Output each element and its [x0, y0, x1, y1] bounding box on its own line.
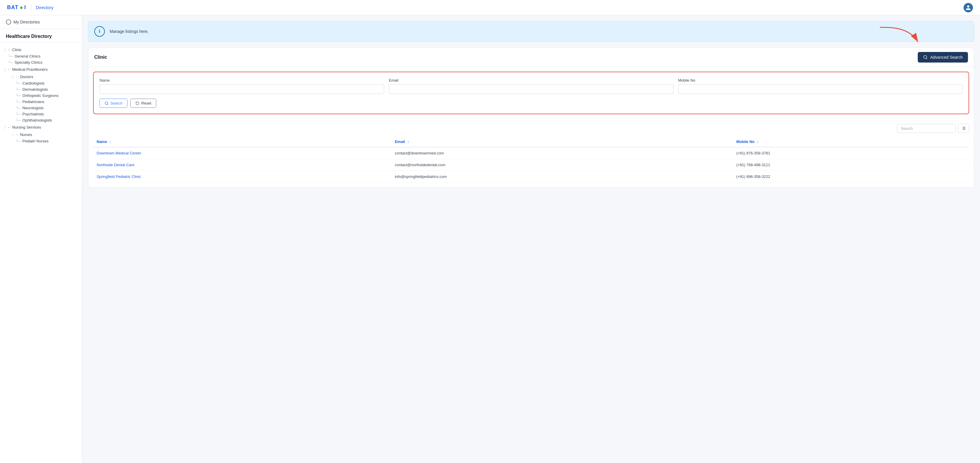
nursing-children: ⎸─ Nurses └─ Pediatri Nurses — [0, 131, 82, 144]
tree-child-pediatri-nurses[interactable]: └─ Pediatri Nurses — [12, 138, 82, 144]
c14: ⎸─ — [11, 133, 18, 137]
email-input[interactable] — [389, 84, 673, 94]
logo: BAT●I — [7, 4, 26, 11]
tree-child-psychiatrists[interactable]: └─ Psychiatrists — [12, 111, 82, 117]
col-name[interactable]: Name ↕ — [93, 137, 391, 147]
dermatologists-label: Dermatologists — [22, 87, 48, 92]
connector: ⎸─ — [5, 48, 11, 52]
col-mobile[interactable]: Mobile No ↕ — [733, 137, 969, 147]
logo-text: BAT — [7, 5, 19, 11]
table-head: Name ↕ Email ↕ Mobile No ↕ — [93, 137, 969, 147]
tree-label-clinic[interactable]: ⎸─ Clinic — [0, 46, 82, 53]
col-email[interactable]: Email ↕ — [391, 137, 733, 147]
tree-child-cardiologists[interactable]: └─ Cardiologists — [12, 80, 82, 86]
pediatri-nurses-label: Pediatri Nurses — [22, 139, 48, 143]
advanced-search-button[interactable]: Advanced Search — [918, 52, 968, 62]
search-icon — [923, 55, 928, 60]
tree-child-neurologists[interactable]: └─ Neurologists — [12, 105, 82, 111]
sidebar: ← My Directories Healthcare Directory ⎸─… — [0, 15, 82, 463]
header-left: BAT●I Directory — [7, 4, 53, 11]
tree-node-nursing: ⎸─ Nursing Services ⎸─ Nurses └─ Pediatr… — [0, 124, 82, 144]
table-row: Springfield Pediatric Clinicinfo@springf… — [93, 171, 969, 183]
cell-mobile: (+91) 896-358-3222 — [733, 171, 969, 183]
my-directories-nav[interactable]: ← My Directories — [0, 15, 82, 29]
search-button[interactable]: Search — [100, 99, 127, 108]
reset-button[interactable]: Reset — [130, 99, 156, 108]
ophthalmologists-label: Ophthalmologists — [22, 118, 52, 123]
mobile-field: Mobile No — [678, 78, 963, 94]
cell-name[interactable]: Northside Dental Care — [93, 159, 391, 171]
tree-child-general-clinics[interactable]: └─ General Clinics — [6, 53, 82, 59]
tree-label-nursing[interactable]: ⎸─ Nursing Services — [0, 124, 82, 130]
tree-node-medical: ⎸─ Medical Practitioners ⎸─ Doctors └─ C… — [0, 66, 82, 123]
section-header: Clinic Advanced Search — [88, 48, 974, 67]
c6: └─ — [12, 81, 21, 86]
cell-name[interactable]: Downtown Medical Center — [93, 147, 391, 159]
advanced-search-label: Advanced Search — [930, 55, 963, 60]
data-table: Name ↕ Email ↕ Mobile No ↕ — [93, 137, 969, 183]
tree-child-specialty-clinics[interactable]: └─ Specialty Clinics — [6, 59, 82, 65]
tree-label-medical[interactable]: ⎸─ Medical Practitioners — [0, 66, 82, 73]
search-btn-label: Search — [110, 101, 123, 105]
tree-child-dermatologists[interactable]: └─ Dermatologists — [12, 86, 82, 92]
table-row: Northside Dental Carecontact@northsidede… — [93, 159, 969, 171]
logo-text-2: I — [24, 5, 26, 11]
reset-icon — [135, 101, 140, 105]
name-input[interactable] — [100, 84, 384, 94]
tree-node-nurses: ⎸─ Nurses └─ Pediatri Nurses — [6, 131, 82, 144]
orthopedic-label: Orthopedic Surgeons — [22, 93, 59, 98]
connector2: └─ — [6, 54, 13, 59]
cell-email: info@springfieldpediatrics.com — [391, 171, 733, 183]
c15: └─ — [12, 139, 21, 143]
tree-node-doctors: ⎸─ Doctors └─ Cardiologists └─ Dermatolo… — [6, 73, 82, 123]
table-search-input[interactable] — [897, 124, 956, 133]
sort-email-icon: ↕ — [407, 140, 409, 144]
table-row: Downtown Medical Centercontact@downtownm… — [93, 147, 969, 159]
cardiologists-label: Cardiologists — [22, 81, 45, 86]
tree-child-ophthalmologists[interactable]: └─ Ophthalmologists — [12, 117, 82, 123]
doctors-label: Doctors — [20, 75, 33, 79]
name-field: Name — [100, 78, 384, 94]
general-clinics-label: General Clinics — [15, 54, 41, 59]
directory-tree: ⎸─ Clinic └─ General Clinics └─ Specialt… — [0, 42, 82, 148]
my-directories-label: My Directories — [14, 20, 40, 24]
c7: └─ — [12, 88, 21, 92]
tree-label-doctors[interactable]: ⎸─ Doctors — [6, 73, 82, 80]
svg-point-2 — [105, 102, 108, 104]
c11: └─ — [12, 112, 21, 116]
table-header-row: Name ↕ Email ↕ Mobile No ↕ — [93, 137, 969, 147]
info-icon: i — [94, 26, 105, 37]
main-content: i Manage listings here. Clinic — [82, 15, 980, 463]
nurses-children: └─ Pediatri Nurses — [6, 138, 82, 144]
sort-name-icon: ↕ — [109, 140, 111, 144]
list-view-button[interactable] — [958, 124, 969, 133]
cell-email: contact@downtownmed.com — [391, 147, 733, 159]
tree-child-orthopedic[interactable]: └─ Orthopedic Surgeons — [12, 92, 82, 99]
c13: ⎸─ — [5, 126, 11, 129]
pediatricians-label: Pediatricians — [22, 100, 44, 104]
table-area: Name ↕ Email ↕ Mobile No ↕ — [88, 119, 974, 187]
tree-label-nurses[interactable]: ⎸─ Nurses — [6, 131, 82, 138]
clinic-label: Clinic — [12, 48, 22, 52]
c8: └─ — [12, 94, 21, 98]
name-label: Name — [100, 78, 384, 83]
logo-dot: ● — [20, 4, 23, 11]
nursing-label: Nursing Services — [12, 125, 41, 129]
sort-mobile-icon: ↕ — [757, 140, 759, 144]
cell-name[interactable]: Springfield Pediatric Clinic — [93, 171, 391, 183]
cell-mobile: (+91) 768-498-3111 — [733, 159, 969, 171]
neurologists-label: Neurologists — [22, 106, 43, 110]
app-layout: ← My Directories Healthcare Directory ⎸─… — [0, 15, 980, 463]
mobile-label: Mobile No — [678, 78, 963, 83]
app-header: BAT●I Directory — [0, 0, 980, 15]
c12: └─ — [12, 118, 21, 123]
mobile-input[interactable] — [678, 84, 963, 94]
avatar[interactable] — [964, 3, 973, 12]
search-form-actions: Search Reset — [100, 99, 963, 108]
connector5: ⎸─ — [11, 75, 18, 79]
email-label: Email — [389, 78, 673, 83]
clinic-children: └─ General Clinics └─ Specialty Clinics — [0, 53, 82, 65]
search-fields: Name Email Mobile No — [100, 78, 963, 94]
connector4: ⎸─ — [5, 67, 11, 72]
tree-child-pediatricians[interactable]: └─ Pediatricians — [12, 99, 82, 105]
